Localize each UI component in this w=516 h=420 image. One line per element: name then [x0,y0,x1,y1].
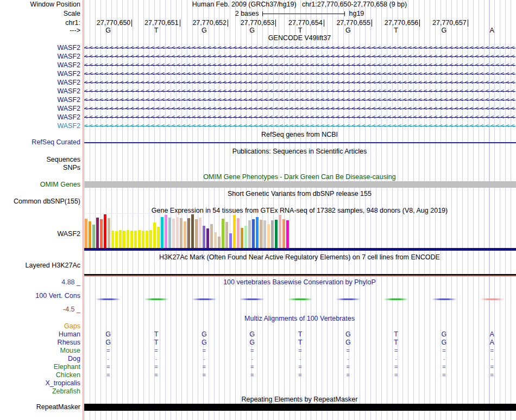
gene-row-wasf2[interactable]: WASF2<<<<<<<<<<<<<<<<<<<<<<<<<<<<<<<<<<<… [0,61,516,69]
gtex-expression-bar[interactable] [199,218,202,249]
multiz-species-label[interactable]: Mouse [0,347,80,355]
gene-label[interactable]: WASF2 [0,96,80,104]
phylop-wiggle-mark[interactable] [192,298,217,300]
gtex-expression-bar[interactable] [267,224,270,249]
ruler-tick[interactable]: 27,770,657 [420,20,468,27]
gtex-expression-bar[interactable] [138,230,141,249]
gtex-expression-bar[interactable] [248,220,251,249]
multiz-species-label[interactable]: X_tropicalis [0,379,80,387]
gene-label[interactable]: WASF2 [0,113,80,122]
gtex-expression-bar[interactable] [127,230,129,249]
gtex-expression-bar[interactable] [260,220,262,249]
multiz-row-rhesus[interactable]: RhesusGTGGTGTGA [0,339,516,347]
ruler-tick[interactable]: 27,770,653 [228,20,276,27]
gene-intron-arrows[interactable]: <<<<<<<<<<<<<<<<<<<<<<<<<<<<<<<<<<<<<<<<… [84,69,515,78]
gtex-expression-bar[interactable] [241,228,243,249]
gtex-expression-bar[interactable] [115,231,118,249]
gtex-expression-bar[interactable] [180,218,183,249]
gtex-expression-bar[interactable] [153,222,156,249]
gtex-expression-bar[interactable] [206,228,209,249]
gtex-expression-bar[interactable] [237,218,240,249]
gene-label[interactable]: WASF2 [0,78,80,87]
gene-row-wasf2[interactable]: WASF2<<<<<<<<<<<<<<<<<<<<<<<<<<<<<<<<<<<… [0,122,516,130]
gene-label[interactable]: WASF2 [0,43,80,52]
phylop-label[interactable]: 100 Vert. Cons [0,292,80,300]
phylop-wiggle-mark[interactable] [480,298,505,300]
sequences-row[interactable]: Sequences [0,156,516,163]
omim-genes-label[interactable]: OMIM Genes [0,181,80,188]
gtex-expression-bar[interactable] [100,219,103,249]
ruler-tick[interactable]: 27,770,651 [132,20,180,27]
h3k27ac-signal-line-red[interactable] [84,275,516,276]
gtex-expression-bar[interactable] [85,219,87,249]
gene-label[interactable]: WASF2 [0,61,80,69]
sequences-label[interactable]: Sequences [0,156,80,163]
gtex-expression-bar[interactable] [161,217,163,249]
multiz-species-label[interactable]: Dog [0,355,80,363]
sequence-row[interactable]: ---> GTGGTGTGA [0,27,516,34]
phylop-wiggle-track[interactable] [84,298,516,301]
gtex-expression-bar[interactable] [187,218,190,249]
gtex-expression-bar[interactable] [168,218,171,249]
gtex-expression-bar[interactable] [111,231,114,249]
ruler-tick[interactable]: 27,770,650 [84,20,132,27]
gtex-gene-label[interactable]: WASF2 [0,231,80,238]
multiz-species-label[interactable]: Human [0,330,80,339]
multiz-row-mouse[interactable]: Mouse========= [0,347,516,355]
gtex-expression-bar[interactable] [233,215,236,249]
gene-intron-arrows[interactable]: <<<<<<<<<<<<<<<<<<<<<<<<<<<<<<<<<<<<<<<<… [84,87,515,96]
h3k27ac-label[interactable]: Layered H3K27Ac [0,262,80,269]
multiz-row-x_tropicalis[interactable]: X_tropicalis [0,379,516,387]
gtex-expression-bar[interactable] [191,214,194,249]
refseq-curated-label[interactable]: RefSeq Curated [0,139,80,146]
gtex-expression-bar[interactable] [92,225,95,249]
ruler-tick[interactable]: 27,770,654 [276,20,324,27]
gtex-expression-bar[interactable] [222,219,224,249]
gtex-expression-bar[interactable] [89,221,91,249]
repeatmasker-label[interactable]: RepeatMasker [0,404,80,411]
gene-intron-arrows[interactable]: <<<<<<<<<<<<<<<<<<<<<<<<<<<<<<<<<<<<<<<<… [84,113,515,122]
gtex-expression-bar[interactable] [210,224,213,249]
phylop-wiggle-mark[interactable] [432,298,457,300]
gene-row-wasf2[interactable]: WASF2<<<<<<<<<<<<<<<<<<<<<<<<<<<<<<<<<<<… [0,113,516,122]
gtex-expression-bar[interactable] [263,220,266,249]
gtex-expression-bar[interactable] [172,219,175,249]
gene-label[interactable]: WASF2 [0,87,80,96]
gtex-expression-bar[interactable] [149,230,152,249]
gene-intron-arrows[interactable]: <<<<<<<<<<<<<<<<<<<<<<<<<<<<<<<<<<<<<<<<… [84,43,515,52]
multiz-row-human[interactable]: HumanGTGGTGTGA [0,330,516,339]
refseq-curated-line[interactable] [84,142,516,143]
phylop-wiggle-mark[interactable] [96,298,121,300]
gtex-expression-bar[interactable] [214,232,217,249]
gtex-expression-bar[interactable] [184,221,186,249]
multiz-species-label[interactable]: Elephant [0,363,80,371]
gtex-expression-bar[interactable] [119,230,122,249]
multiz-row-chicken[interactable]: Chicken========= [0,371,516,379]
gene-intron-arrows[interactable]: <<<<<<<<<<<<<<<<<<<<<<<<<<<<<<<<<<<<<<<<… [84,61,515,69]
multiz-species-label[interactable]: Chicken [0,371,80,379]
multiz-species-label[interactable]: Gaps [0,322,80,330]
gtex-expression-bar[interactable] [96,218,99,249]
gtex-expression-bar[interactable] [256,217,259,249]
repeatmasker-label-row[interactable]: RepeatMasker [0,404,516,411]
multiz-row-zebrafish[interactable]: Zebrafish [0,387,516,396]
phylop-wiggle-mark[interactable] [144,298,169,300]
gtex-expression-bar[interactable] [271,220,274,249]
dbsnp-row[interactable]: Common dbSNP(155) [0,198,516,205]
phylop-wiggle-mark[interactable] [336,298,361,300]
gene-row-wasf2[interactable]: WASF2<<<<<<<<<<<<<<<<<<<<<<<<<<<<<<<<<<<… [0,104,516,113]
phylop-wiggle-mark[interactable] [383,298,408,300]
gtex-expression-bar[interactable] [282,219,285,249]
ruler-tick[interactable]: 27,770,656 [372,20,420,27]
gtex-expression-bar[interactable] [286,220,289,249]
gtex-expression-bar[interactable] [244,226,247,249]
gtex-expression-bar[interactable] [218,237,221,249]
gtex-expression-bar[interactable] [176,217,179,249]
gene-label[interactable]: WASF2 [0,104,80,113]
phylop-wiggle-mark[interactable] [288,298,313,300]
h3k27ac-label-row[interactable]: Layered H3K27Ac [0,262,516,269]
gene-intron-arrows[interactable]: <<<<<<<<<<<<<<<<<<<<<<<<<<<<<<<<<<<<<<<<… [84,104,515,113]
gtex-expression-bar[interactable] [165,215,167,249]
multiz-row-dog[interactable]: Dog--------- [0,355,516,363]
ruler-tick[interactable]: 27,770,652 [180,20,228,27]
